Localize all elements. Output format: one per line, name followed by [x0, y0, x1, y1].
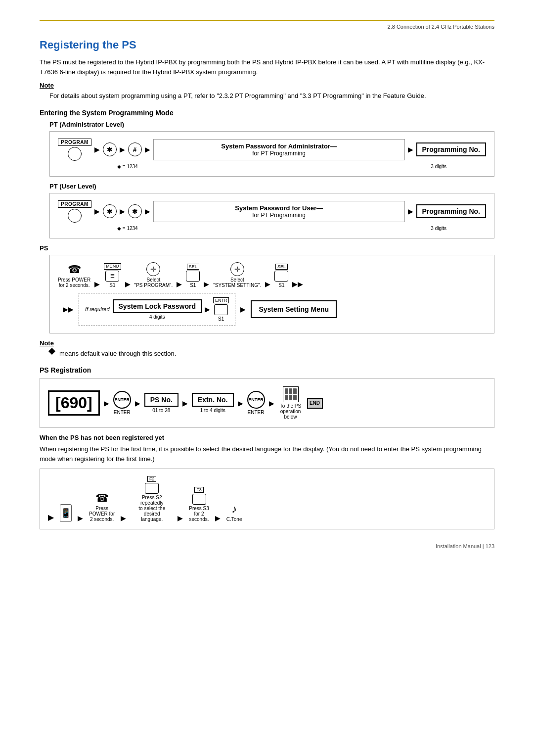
- first-power-phone: ☎ PressPOWER for2 seconds.: [89, 492, 115, 522]
- ps-registration-box: [690] ▶ ENTER ENTER ▶ PS No. 01 to 28 ▶ …: [40, 378, 494, 428]
- note2-row: means default value through this section…: [49, 349, 494, 359]
- when-not-registered-text: When registering the PS for the first ti…: [40, 444, 494, 464]
- note2-text: means default value through this section…: [49, 349, 494, 359]
- star-key-u: ✱: [103, 204, 117, 218]
- ps-no-box: PS No.: [144, 393, 178, 407]
- reg-arr3: ▶: [182, 399, 188, 407]
- ps-s1-1: S1: [109, 283, 115, 288]
- program-label: PROGRAM: [58, 139, 91, 146]
- f2-label: Press S2 repeatedlyto select the desired…: [132, 495, 172, 522]
- g3: [293, 388, 296, 394]
- when-not-registered-title: When the PS has not been registered yet: [40, 434, 494, 441]
- enter-label-1: ENTER: [114, 410, 131, 415]
- first-arr3: ▶: [178, 514, 183, 522]
- pt-user-diagram: PROGRAM ▶ ✱ ▶ ✱ ▶ System Password for Us…: [49, 193, 494, 238]
- enter-btn-1: ENTER: [113, 391, 131, 409]
- nav-compass2: ✛: [230, 262, 244, 276]
- ps-number: [690]: [48, 390, 100, 416]
- arrow1: ▶: [94, 145, 100, 153]
- ctone-block: ♪ C.Tone: [226, 503, 242, 522]
- intro-text: The PS must be registered to the Hybrid …: [40, 57, 494, 77]
- ctone-label: C.Tone: [226, 517, 242, 522]
- ps-diagram-box: ☎ Press POWERfor 2 seconds. ▶ MENU ☰ S1 …: [49, 255, 494, 333]
- ps-arr3: ▶: [177, 280, 182, 288]
- footer: Installation Manual | 123: [436, 543, 494, 549]
- first-reg-diagram: ▶ 📱 ▶ ☎ PressPOWER for2 seconds. ▶ F2 Pr…: [40, 469, 494, 529]
- result-admin: Programming No.: [416, 142, 486, 156]
- ps-arr4: ▶: [204, 280, 209, 288]
- page-title: Registering the PS: [40, 39, 494, 51]
- pt-admin-diagram: PROGRAM ▶ ✱ ▶ # ▶ System Password for Ad…: [49, 131, 494, 177]
- ps-no-range: 01 to 28: [152, 408, 170, 413]
- ps-nav1-label: Select"PS PROGRAM".: [134, 277, 173, 288]
- first-f3-block: F3 Press S3for 2seconds.: [189, 487, 209, 522]
- to-menu-arr: ▶: [240, 305, 246, 313]
- sel-key2: SEL: [275, 264, 288, 270]
- if-req-arr2: ▶: [205, 305, 210, 313]
- reg-arr4: ▶: [238, 399, 243, 407]
- enter-circle-1: ENTER ENTER: [113, 391, 131, 415]
- hash-key: #: [128, 142, 142, 156]
- program-key-user: PROGRAM: [58, 200, 91, 223]
- sel-btn1: [186, 271, 200, 282]
- system-setting-menu-box: System Setting Menu: [251, 300, 337, 318]
- first-arr4: ▶: [215, 514, 221, 522]
- entr-key: ENTR: [213, 297, 229, 303]
- star-key: ✱: [103, 142, 117, 156]
- pt-admin-label: PT (Administrator Level): [49, 121, 494, 128]
- ps-registration-label: PS Registration: [40, 366, 494, 374]
- ps-nav1: ✛ Select"PS PROGRAM".: [134, 262, 173, 288]
- first-press-label: PressPOWER for2 seconds.: [89, 506, 115, 522]
- first-arr1: ▶: [78, 514, 83, 522]
- f3-btn: [192, 494, 206, 505]
- ps-label: PS: [40, 244, 494, 252]
- lock-digits: 4 digits: [149, 314, 165, 320]
- extn-no-box: Extn. No.: [192, 393, 234, 407]
- password-box-user: System Password for User— for PT Program…: [153, 201, 405, 222]
- enter-circle-2: ENTER ENTER: [247, 391, 265, 415]
- menu-key: MENU: [104, 263, 121, 270]
- admin-digits: 3 digits: [431, 164, 446, 169]
- password-sublabel-admin: for PT Programming: [162, 150, 397, 157]
- result-user: Programming No.: [416, 204, 486, 218]
- arrow3: ▶: [145, 145, 150, 153]
- note1-text: For details about system programming usi…: [49, 91, 494, 101]
- user-default: ◆ = 1234: [117, 226, 138, 231]
- page: 2.8 Connection of 2.4 GHz Portable Stati…: [0, 0, 534, 564]
- ps-s1-3: S1: [278, 283, 284, 288]
- note1-label: Note: [40, 82, 494, 89]
- arrow2: ▶: [120, 145, 125, 153]
- reg-arr5: ▶: [269, 399, 274, 407]
- password-sublabel-user: for PT Programming: [162, 212, 397, 219]
- phone-grid: [283, 386, 299, 402]
- extn-no-col: Extn. No. 1 to 4 digits: [192, 393, 234, 413]
- ps-sel2-block: SEL S1: [274, 264, 288, 288]
- if-req-arr1: ▶▶: [63, 305, 74, 313]
- entering-title: Entering the System Programming Mode: [40, 109, 494, 117]
- user-digits: 3 digits: [431, 226, 446, 231]
- g5: [289, 395, 292, 401]
- reg-arr1: ▶: [104, 399, 109, 407]
- ps-arr1: ▶: [94, 280, 100, 288]
- f2-key: F2: [147, 476, 157, 482]
- arrow-u3: ▶: [145, 207, 150, 215]
- sel-btn2: [274, 271, 288, 282]
- g4: [285, 395, 288, 401]
- password-label-admin: System Password for Administrator—: [162, 142, 397, 150]
- diamond-icon: [48, 347, 55, 354]
- ps-phone-icon: ☎ Press POWERfor 2 seconds.: [58, 263, 90, 288]
- star-key-u2: ✱: [128, 204, 142, 218]
- nav-compass1: ✛: [146, 262, 160, 276]
- note2-label: Note: [40, 339, 494, 347]
- first-f2-block: F2 Press S2 repeatedlyto select the desi…: [132, 476, 172, 522]
- ps-menu-block: MENU ☰ S1: [104, 263, 121, 288]
- enter-btn-2: ENTER: [247, 391, 265, 409]
- password-label-user: System Password for User—: [162, 204, 397, 212]
- arrow-u1: ▶: [94, 207, 100, 215]
- entr-block: ENTR S1: [213, 297, 229, 322]
- ps-handset-icon: 📱: [60, 504, 72, 522]
- arrow4: ▶: [408, 145, 413, 153]
- system-lock-label: System Lock Password: [113, 299, 202, 313]
- sel-key1: SEL: [187, 264, 199, 270]
- menu-btn: ☰: [105, 271, 119, 282]
